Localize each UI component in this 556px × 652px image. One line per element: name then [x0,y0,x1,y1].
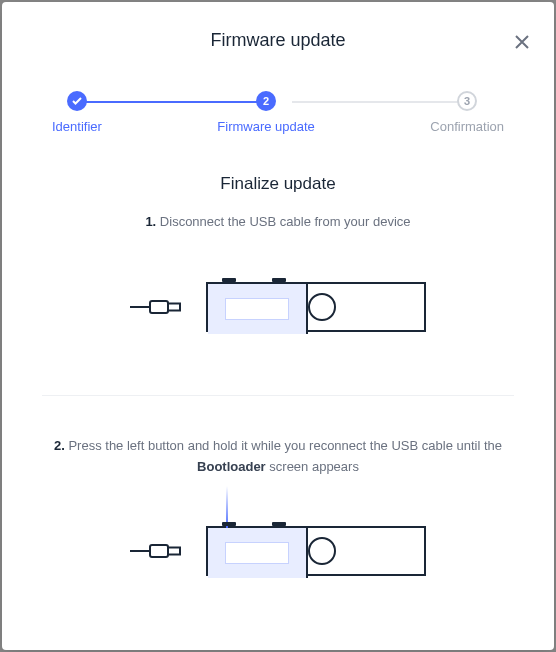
device-button-right-icon [272,278,286,282]
instruction-step-1: 1. Disconnect the USB cable from your de… [42,212,514,233]
step-text: Disconnect the USB cable from your devic… [160,214,411,229]
device-swivel-icon [308,293,336,321]
modal-header: Firmware update [2,2,554,63]
step-text-bold: Bootloader [197,459,266,474]
step-number: 2. [54,438,65,453]
step-text-b: screen appears [266,459,359,474]
stepper: Identifier 2 Firmware update 3 Confirmat… [2,63,554,174]
usb-cable-icon [130,297,182,317]
close-button[interactable] [510,30,534,54]
step-label: Identifier [52,119,102,134]
svg-rect-5 [168,548,180,555]
device-button-left-icon [222,522,236,526]
step-number: 1. [145,214,156,229]
step-identifier: Identifier [52,91,102,134]
device-swivel-icon [308,537,336,565]
svg-rect-2 [168,303,180,310]
step-circle-done [67,91,87,111]
step-confirmation: 3 Confirmation [430,91,504,134]
device-button-left-icon [222,278,236,282]
step-circle-active: 2 [256,91,276,111]
content-subtitle: Finalize update [42,174,514,194]
device-screen-icon [225,298,289,320]
ledger-device-icon [206,526,426,576]
svg-rect-4 [150,545,168,557]
firmware-update-modal: Firmware update Identifier 2 Firmware up… [2,2,554,650]
device-button-right-icon [272,522,286,526]
modal-title: Firmware update [26,30,530,51]
step-circle-pending: 3 [457,91,477,111]
illustration-reconnect [42,511,514,591]
illustration-disconnect [42,267,514,347]
step-firmware-update: 2 Firmware update [217,91,315,134]
step-text-a: Press the left button and hold it while … [68,438,502,453]
svg-rect-1 [150,301,168,313]
content-area: Finalize update 1. Disconnect the USB ca… [2,174,554,591]
close-icon [515,35,529,49]
step-label: Firmware update [217,119,315,134]
section-divider [42,395,514,396]
usb-cable-icon [130,541,182,561]
instruction-step-2: 2. Press the left button and hold it whi… [42,436,514,478]
check-icon [72,97,82,105]
device-screen-icon [225,542,289,564]
ledger-device-icon [206,282,426,332]
step-label: Confirmation [430,119,504,134]
